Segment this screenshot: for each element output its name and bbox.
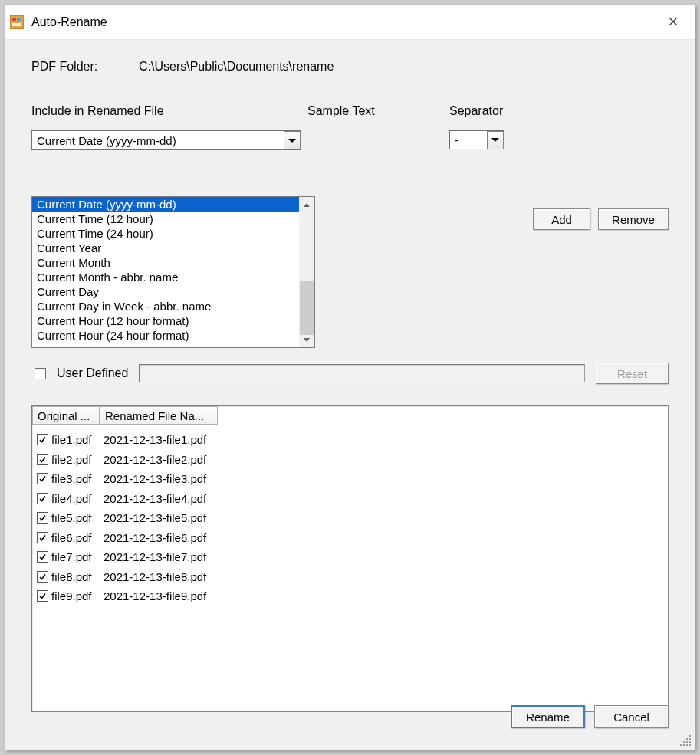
svg-rect-12 bbox=[680, 744, 682, 746]
separator-label: Separator bbox=[449, 104, 503, 118]
table-row[interactable]: file7.pdf2021-12-13-file7.pdf bbox=[32, 547, 668, 567]
row-checkbox[interactable] bbox=[37, 590, 48, 602]
reset-button[interactable]: Reset bbox=[596, 363, 669, 384]
svg-rect-2 bbox=[17, 18, 21, 21]
cell-renamed: 2021-12-13-file6.pdf bbox=[104, 531, 206, 544]
sample-text-label: Sample Text bbox=[307, 104, 449, 118]
list-item[interactable]: Current Time (12 hour) bbox=[32, 212, 299, 226]
cell-original: file8.pdf bbox=[51, 570, 104, 583]
list-item[interactable]: Current Year bbox=[32, 241, 299, 255]
separator-combo-arrow[interactable] bbox=[487, 131, 504, 149]
row-checkbox[interactable] bbox=[37, 551, 48, 563]
cell-original: file9.pdf bbox=[51, 589, 104, 602]
dialog-content: PDF Folder: C:\Users\Public\Documents\re… bbox=[5, 40, 695, 750]
column-header-original[interactable]: Original ... bbox=[32, 406, 100, 425]
svg-rect-1 bbox=[12, 18, 16, 21]
row-checkbox[interactable] bbox=[37, 473, 48, 484]
chevron-down-icon bbox=[288, 139, 296, 143]
file-table: Original ... Renamed File Na... file1.pd… bbox=[31, 405, 669, 712]
chevron-up-icon bbox=[304, 203, 310, 207]
pdf-folder-label: PDF Folder: bbox=[31, 60, 139, 74]
close-button[interactable] bbox=[656, 7, 690, 38]
cell-renamed: 2021-12-13-file5.pdf bbox=[104, 511, 206, 524]
row-checkbox[interactable] bbox=[37, 571, 48, 583]
scroll-down-button[interactable] bbox=[300, 332, 314, 347]
row-checkbox[interactable] bbox=[37, 493, 48, 504]
cell-renamed: 2021-12-13-file1.pdf bbox=[104, 433, 206, 446]
svg-rect-9 bbox=[683, 741, 685, 743]
table-row[interactable]: file4.pdf2021-12-13-file4.pdf bbox=[32, 489, 668, 509]
listbox-scrollbar[interactable] bbox=[299, 197, 314, 347]
include-combo-arrow[interactable] bbox=[284, 131, 301, 149]
list-item[interactable]: Current Time (24 hour) bbox=[32, 226, 299, 241]
chevron-down-icon bbox=[491, 138, 499, 142]
user-defined-input[interactable] bbox=[139, 364, 585, 382]
scroll-thumb[interactable] bbox=[300, 281, 314, 335]
chevron-down-icon bbox=[304, 338, 310, 342]
user-defined-checkbox[interactable] bbox=[35, 368, 46, 379]
row-checkbox[interactable] bbox=[37, 454, 48, 465]
list-item[interactable]: Current Hour (12 hour format) bbox=[32, 313, 299, 328]
cell-original: file2.pdf bbox=[51, 453, 104, 466]
include-label: Include in Renamed File bbox=[31, 104, 307, 118]
table-row[interactable]: file6.pdf2021-12-13-file6.pdf bbox=[32, 528, 668, 548]
cell-original: file5.pdf bbox=[51, 511, 104, 524]
user-defined-label: User Defined bbox=[57, 366, 128, 380]
svg-rect-14 bbox=[686, 744, 688, 746]
cell-original: file7.pdf bbox=[51, 550, 104, 563]
cell-renamed: 2021-12-13-file7.pdf bbox=[104, 550, 206, 563]
list-item[interactable]: Current Month bbox=[32, 255, 299, 270]
cell-original: file4.pdf bbox=[51, 492, 104, 505]
table-row[interactable]: file3.pdf2021-12-13-file3.pdf bbox=[32, 469, 668, 489]
rename-button[interactable]: Rename bbox=[511, 705, 585, 728]
auto-rename-dialog: Auto-Rename PDF Folder: C:\Users\Public\… bbox=[5, 5, 695, 750]
remove-button[interactable]: Remove bbox=[598, 208, 669, 230]
scroll-up-button[interactable] bbox=[300, 197, 314, 212]
pdf-folder-path: C:\Users\Public\Documents\rename bbox=[139, 60, 334, 74]
svg-rect-0 bbox=[10, 15, 24, 29]
svg-rect-8 bbox=[689, 738, 691, 740]
separator-combo-value: - bbox=[450, 133, 487, 146]
row-checkbox[interactable] bbox=[37, 434, 48, 445]
resize-grip[interactable] bbox=[679, 734, 692, 747]
cell-original: file3.pdf bbox=[51, 472, 104, 485]
include-combo-value: Current Date (yyyy-mm-dd) bbox=[32, 134, 284, 147]
svg-rect-3 bbox=[12, 23, 21, 26]
table-row[interactable]: file9.pdf2021-12-13-file9.pdf bbox=[32, 586, 668, 606]
table-row[interactable]: file8.pdf2021-12-13-file8.pdf bbox=[32, 567, 668, 587]
add-button[interactable]: Add bbox=[533, 208, 590, 230]
svg-rect-11 bbox=[689, 741, 691, 743]
titlebar: Auto-Rename bbox=[5, 5, 695, 40]
app-icon bbox=[10, 15, 24, 29]
cell-renamed: 2021-12-13-file3.pdf bbox=[104, 472, 206, 485]
include-dropdown-list[interactable]: Current Date (yyyy-mm-dd)Current Time (1… bbox=[31, 196, 315, 348]
list-item[interactable]: Current Day bbox=[32, 284, 299, 299]
row-checkbox[interactable] bbox=[37, 532, 48, 543]
cell-original: file1.pdf bbox=[51, 433, 104, 446]
column-header-renamed[interactable]: Renamed File Na... bbox=[100, 406, 218, 425]
svg-rect-15 bbox=[689, 744, 691, 746]
cell-renamed: 2021-12-13-file4.pdf bbox=[104, 492, 206, 505]
svg-rect-13 bbox=[683, 744, 685, 746]
table-row[interactable]: file5.pdf2021-12-13-file5.pdf bbox=[32, 508, 668, 528]
cell-renamed: 2021-12-13-file2.pdf bbox=[104, 453, 206, 466]
svg-rect-10 bbox=[686, 741, 688, 743]
list-item[interactable]: Current Day in Week - abbr. name bbox=[32, 299, 299, 313]
svg-rect-6 bbox=[689, 735, 691, 737]
list-item[interactable]: Current Date (yyyy-mm-dd) bbox=[32, 197, 299, 212]
table-row[interactable]: file1.pdf2021-12-13-file1.pdf bbox=[32, 430, 668, 450]
cell-renamed: 2021-12-13-file8.pdf bbox=[104, 570, 206, 583]
table-row[interactable]: file2.pdf2021-12-13-file2.pdf bbox=[32, 450, 668, 470]
list-item[interactable]: Current Hour (24 hour format) bbox=[32, 328, 299, 343]
list-item[interactable]: Current Month - abbr. name bbox=[32, 270, 299, 284]
window-title: Auto-Rename bbox=[31, 15, 107, 29]
cancel-button[interactable]: Cancel bbox=[594, 705, 669, 728]
svg-rect-7 bbox=[686, 738, 688, 740]
cell-renamed: 2021-12-13-file9.pdf bbox=[104, 589, 206, 602]
include-combo[interactable]: Current Date (yyyy-mm-dd) bbox=[31, 130, 301, 150]
row-checkbox[interactable] bbox=[37, 512, 48, 524]
separator-combo[interactable]: - bbox=[449, 130, 504, 149]
close-icon bbox=[669, 15, 678, 30]
cell-original: file6.pdf bbox=[51, 531, 104, 544]
